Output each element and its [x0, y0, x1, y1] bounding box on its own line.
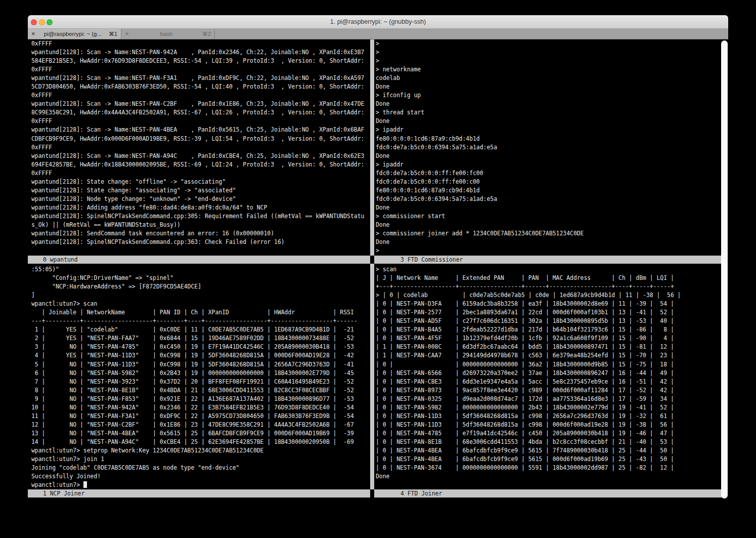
terminal-line: > ipaddr: [376, 126, 728, 134]
terminal-line: Done: [376, 472, 728, 481]
terminal-line: wpanctl:utun7> join 1: [31, 455, 370, 464]
terminal-line: 8C99E358C291, HwAddr:0x4A4A3C4FB2502A91,…: [31, 108, 370, 117]
terminal-line: wpantund[2128]: Adding address "fe80::da…: [31, 203, 370, 212]
terminal-line: 1 | YES | "codelab" | 0xC0DE | 11 | C0DE…: [31, 325, 370, 334]
pane-divider-top[interactable]: [370, 39, 374, 256]
terminal-line: | 0 | NEST-PAN-D3FA | 6159adc3ba8b3258 |…: [376, 300, 728, 308]
zoom-window-button[interactable]: [47, 19, 53, 25]
terminal-line: Successfully Joined!: [31, 472, 370, 481]
prompt-line: wpanctl:utun7>: [31, 481, 370, 489]
scrollbar-thumb[interactable]: [721, 40, 728, 499]
terminal-line: 7 | NO | "NEST-PAN-3923" | 0x37D2 | 20 |…: [31, 378, 370, 386]
close-tab-icon[interactable]: ×: [125, 29, 132, 39]
terminal-line: CDBFCB9F9CE9, HwAddr:0x000D6F000AD19BE9,…: [31, 135, 370, 143]
terminal-line: Done: [376, 203, 728, 212]
window-titlebar[interactable]: 1. pi@raspberrypi: ~ (gnubby-ssh): [28, 15, 728, 29]
terminal-line: 0xFFFF: [31, 39, 370, 48]
terminal-line: >: [376, 57, 728, 65]
terminal-line: "Config:NCP:DriverName" => "spinel": [31, 274, 370, 282]
terminal-line: 13 | NO | "NEST-PAN-4BEA" | 0x5615 | 25 …: [31, 429, 370, 438]
pane-divider-bottom[interactable]: [370, 264, 374, 489]
terminal-line: wpantund[2128]: Scan -> Name:NEST-PAN-94…: [31, 48, 370, 57]
terminal-line: Done: [376, 82, 728, 91]
terminal-line: wpantund[2128]: Scan -> Name:NEST-PAN-F3…: [31, 74, 370, 82]
terminal-line: fe80:0:0:0:1cd6:87a9:cb9d:4b1d: [376, 186, 728, 195]
terminal-line: > commissioner start: [376, 212, 728, 221]
terminal-line: wpantund[2128]: State change: "offline" …: [31, 178, 370, 186]
terminal-line: fdc0:de7a:b5c0:0:6394:5a75:a1ad:e5a: [376, 195, 728, 203]
terminal-line: | 0 | NEST-PAN-4785 | e7f19a41dc42546c |…: [376, 429, 728, 438]
close-window-button[interactable]: [31, 19, 37, 25]
terminal-line: > networkname: [376, 65, 728, 74]
terminal-window: 1. pi@raspberrypi: ~ (gnubby-ssh) × pi@r…: [28, 15, 728, 538]
terminal-line: | 0 | NEST-PAN-8E1B | 68e3006cdd411553 |…: [376, 438, 728, 446]
terminal-line: | 0 | NEST-PAN-4BEA | 6bafcdbfcb9f9ce9 |…: [376, 446, 728, 455]
terminal-line: wpantund[2128]: State change: "associati…: [31, 186, 370, 195]
tab-label: pi@raspberrypi: ~ (g...: [39, 31, 107, 37]
terminal-line: wpanctl:utun7> scan: [31, 300, 370, 308]
tab-bar: × pi@raspberrypi: ~ (g... ⌘1 × bash ⌘2: [28, 29, 728, 39]
terminal-line: Done: [376, 238, 728, 246]
tab-bash[interactable]: × bash ⌘2: [121, 29, 215, 39]
terminal-line: | 0 | NEST-PAN-6566 | d26973220a370ee2 |…: [376, 369, 728, 378]
terminal-line: 0xFFFF: [31, 169, 370, 178]
terminal-line: fe80:0:0:0:1cd6:87a9:cb9d:4b1d: [376, 135, 728, 143]
terminal-line: | 0 | NEST-PAN-4BEA | 6bafcdbfcb9f9ce9 |…: [376, 455, 728, 464]
terminal-line: "NCP:HardwareAddress" => [F872DF9CD5AE4D…: [31, 282, 370, 291]
terminal-line: 5CD73D804650, HwAddr:0xFAB6303B76F3ED50,…: [31, 82, 370, 91]
terminal-line: | 0 | NEST-PAN-11D3 | 5df36048268d815a |…: [376, 421, 728, 429]
terminal-line: 694FE42857BE, HwAddr:0x18B43000002095BE,…: [31, 160, 370, 169]
terminal-line: | J | Network Name | Extended PAN | PAN …: [376, 274, 728, 282]
terminal-line: wpantund[2128]: Scan -> Name:NEST-PAN-C2…: [31, 100, 370, 108]
terminal-line: 11 | NO | "NEST-PAN-F3A1" | 0xDF9C | 22 …: [31, 412, 370, 421]
terminal-line: wpanctl:utun7> setprop Network:Key 1234C…: [31, 446, 370, 455]
terminal-line: Done: [376, 100, 728, 108]
terminal-line: | 1 | NEST-PAN-008C | 6d3df2bc67aabc64 |…: [376, 343, 728, 351]
terminal-line: >: [376, 39, 728, 48]
terminal-line: | 0 | NEST-PAN-4F5F | 1b12379efd4df20b |…: [376, 334, 728, 343]
terminal-line: 4 | YES | "NEST-PAN-11D3" | 0xC998 | 19 …: [31, 351, 370, 360]
tab-shortcut: ⌘1: [109, 31, 117, 37]
terminal-line: 0xFFFF: [31, 143, 370, 152]
tab-ssh-session[interactable]: × pi@raspberrypi: ~ (g... ⌘1: [28, 29, 121, 39]
terminal-line: 14 | NO | "NEST-PAN-A94C" | 0xCBE4 | 25 …: [31, 438, 370, 446]
terminal-line: ]: [31, 291, 370, 300]
terminal-line: wpantund[2128]: Scan -> Name:NEST-PAN-A9…: [31, 152, 370, 160]
terminal-line: wpantund[2128]: SpinelNCPTaskSendCommand…: [31, 212, 370, 221]
terminal-line: wpantund[2128]: SendCommand task encount…: [31, 229, 370, 238]
traffic-lights: [31, 19, 53, 25]
terminal-line: >: [376, 48, 728, 57]
pane-status-ftd-joiner: 4 FTD Joiner: [374, 489, 727, 498]
terminal-line: +---+------------------+----------------…: [376, 282, 728, 291]
terminal-line: >: [376, 246, 728, 255]
terminal-line: 0xFFFF: [31, 117, 370, 126]
tab-shortcut: ⌘2: [202, 31, 211, 37]
terminal-line: 10 | NO | "NEST-PAN-942A" | 0x2346 | 22 …: [31, 403, 370, 412]
terminal-line: 6 | NO | "NEST-PAN-5982" | 0x2B43 | 19 |…: [31, 369, 370, 378]
terminal-line: 584EFB21B5E3, HwAddr:0x76D93D8F8DEDCEE3,…: [31, 57, 370, 65]
terminal-line: 12 | NO | "NEST-PAN-C2BF" | 0x1E86 | 23 …: [31, 421, 370, 429]
terminal-line: | 1 | NEST-PAN-CAA7 | 294149dd4978b678 |…: [376, 351, 728, 360]
terminal-line: codelab: [376, 74, 728, 82]
pane-status-ncp-joiner: 1 NCP Joiner: [28, 489, 370, 498]
pane-ftd-joiner[interactable]: > scan| J | Network Name | Extended PAN …: [374, 265, 728, 489]
terminal-line: | 0 | | 0000000000000000 | 36a2 | 18b430…: [376, 360, 728, 369]
close-tab-icon[interactable]: ×: [31, 29, 39, 39]
terminal-line: 9 | NO | "NEST-PAN-F853" | 0x921E | 22 |…: [31, 395, 370, 403]
terminal-line: 2 | YES | "NEST-PAN-FAA7" | 0x6844 | 15 …: [31, 334, 370, 343]
terminal-line: > ifconfig up: [376, 91, 728, 100]
pane-ftd-commissioner[interactable]: >>>> networknamecodelabDone> ifconfig up…: [374, 39, 728, 256]
pane-ncp-joiner[interactable]: :55:05)" "Config:NCP:DriverName" => "spi…: [28, 265, 370, 489]
terminal-line: fdc0:de7a:b5c0:0:0:ff:fe00:fc00: [376, 169, 728, 178]
terminal-line: | 0 | NEST-PAN-8973 | 9ac857f8ee3e4420 |…: [376, 386, 728, 395]
terminal-line: | Joinable | NetworkName | PAN ID | Ch |…: [31, 308, 370, 317]
window-title: 1. pi@raspberrypi: ~ (gnubby-ssh): [28, 15, 728, 28]
prompt-text: wpanctl:utun7>: [31, 481, 83, 488]
terminal-line: | 0 | NEST-PAN-AD5F | c27f7c606dc16351 |…: [376, 317, 728, 325]
terminal-line: | 0 | NEST-PAN-2577 | 2bec1a8893da67a1 |…: [376, 308, 728, 317]
terminal-line: | 0 | NEST-PAN-CBE3 | 6dd3e1e9347e4a5a |…: [376, 378, 728, 386]
terminal-line: Done: [376, 152, 728, 160]
minimize-window-button[interactable]: [39, 19, 45, 25]
pane-wpantund-log[interactable]: 0xFFFFwpantund[2128]: Scan -> Name:NEST-…: [28, 39, 370, 256]
terminal-line: s_Ok) || (mRetVal == kWPANTUNDStatus_Bus…: [31, 221, 370, 229]
